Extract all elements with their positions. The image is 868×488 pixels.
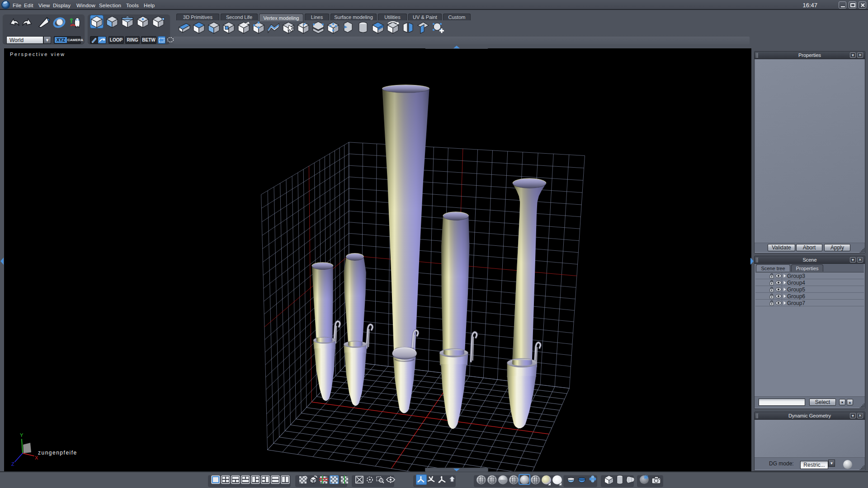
svg-text:Y: Y (20, 432, 24, 438)
svg-text:Z: Z (11, 461, 14, 467)
